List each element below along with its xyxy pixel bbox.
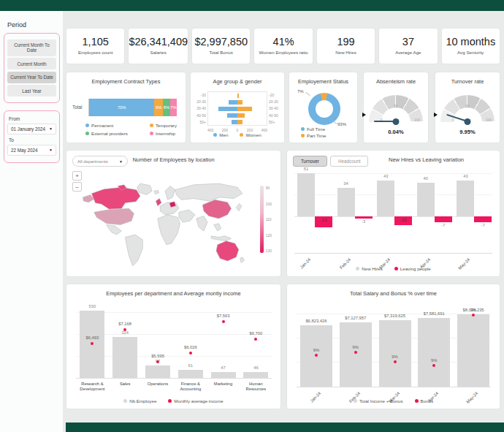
bonus-value: 9%	[305, 348, 327, 352]
kpi-card: $2,997,850Total Bonus	[191, 28, 251, 64]
legend-item: Monthly average income	[168, 398, 223, 403]
employee-count-bar	[112, 337, 137, 378]
women-bar	[237, 120, 243, 124]
kpi-value: 1,105	[66, 36, 124, 48]
to-date-select[interactable]: 22 May 2024 ▼	[7, 145, 56, 156]
department-filter-dropdown[interactable]: All departments ▼	[72, 156, 128, 167]
country-new-zealand	[240, 257, 244, 263]
age-legend: MenWomen	[191, 132, 284, 138]
total-salary-value: $7,581,691	[416, 311, 452, 316]
legend-label: Men	[219, 132, 228, 137]
gauge-target-marker	[434, 113, 438, 117]
country-indonesia	[211, 236, 231, 241]
x-axis-line	[294, 253, 492, 254]
kpi-card: 1,105Employees count	[66, 28, 125, 64]
x-axis-line	[297, 387, 491, 387]
hires-legend: New HiresLeaving people	[287, 265, 500, 272]
contract-legend: PermanentExternal providersTemporaryInte…	[85, 122, 177, 137]
country-greenland	[137, 183, 152, 194]
country-iceland	[154, 191, 159, 194]
gauge-pivot	[393, 118, 400, 125]
gauge-title: Absenteism rate	[364, 78, 428, 85]
gauge-tick-0: 0	[452, 118, 454, 122]
kpi-value: 199	[317, 36, 375, 48]
from-date-select[interactable]: 01 January 2024 ▼	[7, 124, 56, 134]
kpi-label: Total Bonus	[192, 50, 250, 55]
salary-legend: Total Income + BonusBonus	[287, 398, 500, 404]
country-canada	[91, 187, 140, 209]
region-middle-east	[179, 210, 195, 222]
leaving-bar	[474, 216, 492, 222]
new-hires-value: 43	[375, 174, 397, 178]
period-preset-current-year-to-date[interactable]: Current Year To Date	[7, 72, 56, 83]
legend-dot	[213, 133, 217, 137]
total-salary-value: $7,319,625	[377, 314, 413, 318]
new-hires-bar	[297, 173, 315, 216]
gauge-title: Turnover rate	[435, 78, 500, 85]
age-gender-card: Age group & gender -2020-3030-4040-5050+…	[190, 72, 285, 143]
legend-dot	[301, 127, 305, 131]
gauge-value: 0.04%	[364, 129, 428, 135]
country-australia	[216, 241, 239, 261]
age-group-label: 50+	[269, 120, 280, 124]
gauge-pivot	[465, 118, 471, 125]
age-group-label: 20-30	[269, 99, 280, 104]
period-preset-last-year[interactable]: Last Year	[7, 85, 56, 96]
bonus-dot	[315, 354, 318, 357]
period-preset-group: Current Month To DateCurrent MonthCurren…	[4, 33, 60, 103]
contract-chart-title: Employment Contract Types	[66, 78, 186, 85]
legend-label: Bonus	[421, 398, 434, 403]
legend-dot	[394, 267, 398, 270]
employees-map-card: Number of Employees by location All depa…	[66, 150, 281, 277]
from-label: From	[9, 116, 56, 121]
income-dot	[156, 360, 159, 363]
kpi-value: 41%	[254, 36, 312, 48]
bonus-value: 9%	[423, 358, 445, 363]
period-preset-current-month[interactable]: Current Month	[7, 58, 56, 69]
kpi-card: 10 monthsAvg Seniority	[441, 28, 500, 64]
leaving-value: -13	[313, 218, 335, 222]
kpi-value: 37	[379, 36, 437, 48]
legend-item: Nb Employee	[123, 398, 156, 403]
legend-label: Monthly average income	[174, 398, 223, 403]
new-hires-value: 43	[454, 174, 476, 178]
period-sidebar: Period Current Month To DateCurrent Mont…	[0, 11, 63, 432]
period-preset-current-month-to-date[interactable]: Current Month To Date	[7, 39, 56, 56]
legend-label: Temporary	[156, 123, 177, 128]
new-hires-value: 51	[295, 167, 317, 171]
income-value: $5,595	[143, 354, 172, 358]
kpi-value: $2,997,850	[192, 36, 250, 48]
map-legend-tick: 120	[266, 233, 272, 238]
map-legend-ticks: 90100110120130	[266, 186, 272, 253]
department-filter-value: All departments	[77, 159, 108, 164]
period-title: Period	[7, 21, 63, 29]
kpi-label: Avg Seniority	[442, 50, 500, 55]
department-label: Human Resources	[240, 382, 272, 392]
callout-line	[332, 121, 337, 124]
employee-count-value: 61	[180, 363, 202, 368]
age-group-label: 40-50	[269, 113, 280, 118]
age-row	[208, 105, 267, 112]
total-salary-bar	[340, 322, 372, 387]
map-color-legend: 90100110120130	[260, 186, 272, 253]
women-bar	[237, 100, 243, 105]
employee-count-value: 47	[213, 365, 234, 370]
income-dot	[189, 352, 192, 355]
legend-label: Women	[245, 132, 261, 137]
country-poland	[169, 202, 176, 208]
hires-plot: 51-13Jan-2434-3Feb-2443-10Mar-2440-7Apr-…	[287, 151, 500, 276]
continent-africa	[158, 215, 180, 245]
hires-vs-leaving-card: Turnover Headcount New Hires vs Leaving …	[286, 150, 500, 277]
income-dot	[254, 338, 257, 341]
kpi-row: 1,105Employees count$26,341,409Salaries$…	[66, 28, 500, 64]
income-value: $6,026	[176, 345, 205, 349]
legend-dot	[301, 134, 305, 137]
income-value: $6,700	[241, 331, 270, 336]
bonus-dot	[394, 360, 397, 363]
gauge: 500100	[440, 95, 495, 122]
new-hires-bar	[377, 181, 394, 216]
country-mexico	[107, 224, 121, 235]
world-map	[78, 180, 257, 273]
employee-count-bar	[145, 365, 170, 378]
from-date-value: 01 January 2024	[11, 126, 45, 132]
